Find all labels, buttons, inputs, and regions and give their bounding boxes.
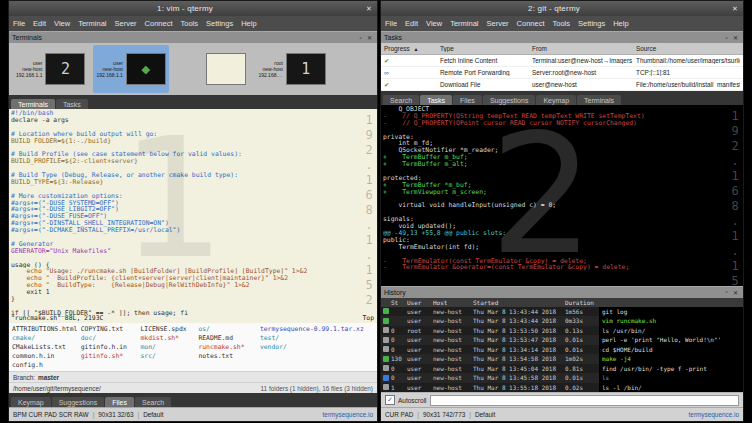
history-column-header[interactable]: St bbox=[391, 299, 407, 306]
history-command: perl -e 'print "Hello, World!\n"' bbox=[599, 335, 743, 345]
history-column-header[interactable]: Host bbox=[433, 299, 473, 306]
dock-close-icon[interactable]: ✕ bbox=[731, 289, 740, 296]
file-item[interactable]: doc/ bbox=[81, 334, 141, 343]
file-item[interactable]: LICENSE.spdx bbox=[140, 325, 198, 334]
termysequence-link[interactable]: termysequence.io bbox=[323, 411, 373, 418]
history-row[interactable]: 0 user new-host Thu Mar 8 13:53:47 2018 … bbox=[381, 335, 743, 345]
close-icon[interactable]: ✕ bbox=[727, 5, 743, 13]
task-row[interactable]: ✔ Download File user@new-host File:/home… bbox=[381, 79, 743, 91]
menu-item[interactable]: View bbox=[422, 19, 446, 28]
history-row[interactable]: user new-host Thu Mar 8 13:43:44 2018 1m… bbox=[381, 307, 743, 317]
file-item[interactable]: vendor/ bbox=[260, 343, 374, 352]
vim-terminal[interactable]: 1 192.168.1.152 #!/bin/bashdeclare -a ar… bbox=[9, 109, 377, 323]
dock-tab[interactable]: Search bbox=[135, 397, 171, 407]
dock-tab[interactable]: Search bbox=[383, 95, 419, 105]
menu-item[interactable]: Terminal bbox=[74, 19, 110, 28]
file-item[interactable]: CMakeLists.txt bbox=[12, 343, 81, 352]
dock-float-icon[interactable]: ▫ bbox=[356, 35, 365, 41]
menu-item[interactable]: Settings bbox=[574, 19, 609, 28]
menu-item[interactable]: Help bbox=[609, 19, 632, 28]
menu-item[interactable]: Server bbox=[483, 19, 513, 28]
file-item[interactable]: ATTRIBUTIONS.html bbox=[12, 325, 81, 334]
git-diff-terminal[interactable]: 2 192.168.1.152 Q_OBJECT- // Q_PROPERTY(… bbox=[381, 105, 743, 286]
file-item[interactable]: cmake/ bbox=[12, 334, 81, 343]
dock-close-icon[interactable]: ✕ bbox=[731, 34, 740, 41]
dock-tab[interactable]: Files bbox=[453, 95, 482, 105]
thumbnail-screen[interactable]: ◆ bbox=[126, 53, 166, 85]
history-row[interactable]: 0 user new-host Thu Mar 8 13:45:58 2018 … bbox=[381, 373, 743, 383]
tasks-column-header[interactable]: From bbox=[532, 45, 636, 52]
file-item[interactable]: notes.txt bbox=[198, 352, 260, 361]
task-row[interactable]: ∞ Remote Port Forwarding Server:root@new… bbox=[381, 67, 743, 79]
terminal-thumbnail[interactable]: root new-host 192.168.… 1 bbox=[254, 45, 329, 93]
history-column-header[interactable]: Started bbox=[473, 299, 565, 306]
menu-item[interactable]: Server bbox=[111, 19, 141, 28]
dock-tab[interactable]: Tasks bbox=[56, 99, 88, 109]
menu-item[interactable]: Help bbox=[237, 19, 260, 28]
menu-item[interactable]: Terminal bbox=[446, 19, 482, 28]
menu-item[interactable]: Edit bbox=[29, 19, 50, 28]
close-icon[interactable]: ✕ bbox=[361, 5, 377, 13]
history-row[interactable]: user new-host Thu Mar 8 13:43:44 2018 0m… bbox=[381, 316, 743, 326]
menu-item[interactable]: File bbox=[9, 19, 29, 28]
terminal-thumbnail[interactable]: user new-host 192.168.1.1 ◆ bbox=[93, 45, 168, 93]
menu-item[interactable]: Settings bbox=[202, 19, 237, 28]
task-progress-cell: ✔ bbox=[384, 57, 440, 65]
branch-name[interactable]: master bbox=[38, 374, 59, 381]
file-item[interactable]: gitinfo.sh* bbox=[81, 352, 141, 361]
dock-float-icon[interactable]: ▫ bbox=[722, 35, 731, 41]
file-item[interactable]: src/ bbox=[140, 352, 198, 361]
history-search-input[interactable] bbox=[430, 395, 739, 406]
file-item[interactable]: mkdist.sh* bbox=[140, 334, 198, 343]
file-item[interactable]: common.h.in bbox=[12, 352, 81, 361]
terminal-thumbnail[interactable] bbox=[174, 45, 249, 93]
dock-tab[interactable]: Suggestions bbox=[483, 95, 536, 105]
dock-tab[interactable]: Keymap bbox=[536, 95, 576, 105]
file-item[interactable] bbox=[260, 352, 374, 361]
menu-item[interactable]: Connect bbox=[513, 19, 549, 28]
titlebar[interactable]: 1: vim - qtermy ✕ bbox=[9, 1, 377, 16]
autoscroll-checkbox[interactable]: ✓ bbox=[385, 395, 395, 405]
file-item[interactable]: gitinfo.h.in bbox=[81, 343, 141, 352]
termysequence-link[interactable]: termysequence.io bbox=[689, 411, 739, 418]
dock-tab[interactable]: Files bbox=[105, 397, 134, 407]
file-item[interactable]: COPYING.txt bbox=[81, 325, 141, 334]
menu-item[interactable]: Edit bbox=[401, 19, 422, 28]
dock-tab[interactable]: Suggestions bbox=[52, 397, 105, 407]
menu-item[interactable]: Connect bbox=[141, 19, 177, 28]
thumbnail-screen[interactable]: 1 bbox=[286, 53, 326, 85]
file-item[interactable]: config.h bbox=[12, 361, 81, 370]
tasks-column-header[interactable]: Source bbox=[636, 45, 740, 52]
terminal-thumbnail[interactable]: user new-host 192.168.1.1 2 bbox=[13, 45, 88, 93]
menu-item[interactable]: Tools bbox=[177, 19, 203, 28]
history-row[interactable]: 0 user new-host Thu Mar 8 13:45:04 2018 … bbox=[381, 364, 743, 374]
history-row[interactable]: 130 user new-host Thu Mar 8 13:54:58 201… bbox=[381, 354, 743, 364]
dock-tab[interactable]: Tasks bbox=[420, 95, 452, 105]
history-row[interactable]: 0 root new-host Thu Mar 8 13:53:50 2018 … bbox=[381, 326, 743, 336]
tasks-column-header[interactable]: Type bbox=[440, 45, 532, 52]
menu-item[interactable]: File bbox=[381, 19, 401, 28]
file-item[interactable]: test/ bbox=[260, 334, 374, 343]
history-row[interactable]: 1 user new-host Thu Mar 8 13:55:18 2018 … bbox=[381, 383, 743, 393]
dock-close-icon[interactable]: ✕ bbox=[365, 34, 374, 41]
history-column-header[interactable]: User bbox=[407, 299, 433, 306]
tasks-column-header[interactable]: Progress ▲ bbox=[384, 45, 440, 52]
dock-tab[interactable]: Keymap bbox=[11, 397, 51, 407]
thumbnail-screen[interactable]: 2 bbox=[45, 53, 85, 85]
file-item[interactable]: termysequence-0.99.1.tar.xz bbox=[260, 325, 374, 334]
current-path[interactable]: /home/user/git/termysequence/ bbox=[13, 385, 101, 392]
menu-item[interactable]: Tools bbox=[549, 19, 575, 28]
menu-item[interactable]: View bbox=[50, 19, 74, 28]
dock-tab[interactable]: Terminals bbox=[11, 99, 55, 109]
history-column-header[interactable]: Duration bbox=[565, 299, 599, 306]
file-item[interactable]: README.md bbox=[198, 334, 260, 343]
file-item[interactable]: os/ bbox=[198, 325, 260, 334]
thumbnail-screen[interactable] bbox=[206, 53, 246, 85]
task-row[interactable]: ✔ Fetch Inline Content Terminal:user@new… bbox=[381, 55, 743, 67]
file-item[interactable]: runcmake.sh* bbox=[198, 343, 260, 352]
dock-float-icon[interactable]: ▫ bbox=[722, 289, 731, 295]
dock-tab[interactable]: Terminals bbox=[577, 95, 621, 105]
file-item[interactable]: mon/ bbox=[140, 343, 198, 352]
titlebar[interactable]: 2: git - qtermy ✕ bbox=[381, 1, 743, 16]
history-row[interactable]: 0 user new-host Thu Mar 8 13:34:14 2018 … bbox=[381, 345, 743, 355]
